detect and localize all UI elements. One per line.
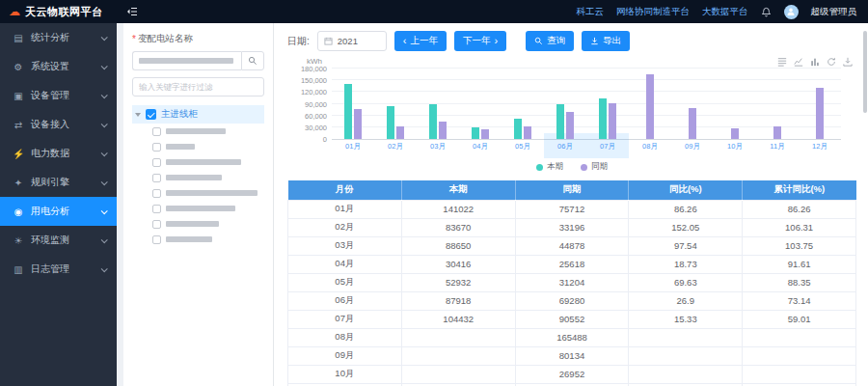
table-cell: 73.14 (743, 291, 856, 310)
sidebar-item-label: 用电分析 (31, 205, 69, 218)
table-header-cell: 累计同比(%) (743, 180, 856, 200)
power-data-icon: ⚡ (13, 149, 24, 159)
save-image-icon[interactable] (843, 57, 853, 67)
tree-item-redacted-7[interactable] (132, 216, 264, 232)
x-tick-label: 03月 (417, 142, 459, 152)
checkbox-icon[interactable] (152, 189, 161, 198)
redacted-label (166, 144, 195, 150)
topbar-link-1[interactable]: 科工云 (577, 6, 605, 18)
topbar-link-2[interactable]: 网络协同制造平台 (616, 6, 690, 18)
current-user[interactable]: 超级管理员 (811, 6, 857, 18)
sidebar-item-stats[interactable]: ▤统计分析 (0, 23, 117, 52)
bar-同期-09月 (689, 108, 696, 139)
table-header-cell: 月份 (288, 180, 402, 200)
restore-icon[interactable] (827, 57, 836, 67)
sidebar-item-rule-engine[interactable]: ✦规则引擎 (0, 168, 117, 197)
table-cell: 152.05 (629, 218, 743, 236)
bar-group-08月 (629, 69, 671, 139)
bar-chart-icon[interactable] (810, 57, 820, 67)
table-body: 01月1410227571286.2686.2602月8367033196152… (288, 200, 856, 386)
sidebar-fold-icon[interactable] (126, 6, 138, 17)
table-row: 07月1044329055215.3359.01 (288, 310, 856, 328)
checked-checkbox-icon[interactable] (146, 109, 156, 120)
line-chart-icon[interactable] (794, 57, 803, 67)
legend-item-同期[interactable]: 同期 (581, 161, 608, 173)
tree-item-redacted-5[interactable] (132, 185, 264, 201)
table-cell: 87918 (401, 291, 515, 310)
sidebar-item-environment[interactable]: ☀环境监测 (0, 226, 117, 255)
tree-filter-input[interactable] (132, 77, 264, 96)
y-tick-label: 180,000 (301, 65, 327, 73)
x-tick-label: 09月 (671, 142, 714, 152)
station-name-input[interactable] (132, 51, 241, 70)
redacted-label (166, 190, 258, 196)
redacted-label (166, 206, 235, 211)
export-button[interactable]: 导出 (582, 31, 630, 51)
sidebar-item-device-manage[interactable]: ▣设备管理 (0, 81, 117, 110)
tree-root-item[interactable]: 主进线柜 (132, 105, 264, 124)
sidebar-item-label: 环境监测 (31, 234, 69, 247)
data-view-icon[interactable] (777, 57, 787, 67)
checkbox-icon[interactable] (152, 220, 161, 229)
legend-item-本期[interactable]: 本期 (536, 161, 563, 173)
tree-item-redacted-4[interactable] (132, 170, 264, 185)
station-panel: * 变配电站名称 主进线柜 (123, 23, 274, 386)
stats-icon: ▤ (13, 33, 24, 43)
sidebar-menu: ▤统计分析⚙系统设置▣设备管理⇄设备接入⚡电力数据✦规则引擎◉用电分析☀环境监测… (0, 23, 117, 284)
sidebar-item-label: 规则引擎 (31, 176, 69, 189)
tree-item-redacted-1[interactable] (132, 124, 264, 139)
table-cell: 69280 (515, 291, 629, 310)
checkbox-icon[interactable] (152, 174, 161, 182)
date-label: 日期: (287, 35, 310, 48)
checkbox-icon[interactable] (152, 143, 161, 152)
chevron-down-icon (101, 236, 108, 243)
bar-同期-04月 (481, 129, 489, 139)
y-tick-label: 60,000 (305, 111, 327, 120)
sidebar-item-device-access[interactable]: ⇄设备接入 (0, 110, 117, 139)
bar-group-07月 (586, 69, 629, 139)
sidebar-item-electricity-analysis[interactable]: ◉用电分析 (0, 197, 117, 226)
caret-down-icon[interactable] (135, 113, 141, 117)
tree-item-redacted-2[interactable] (132, 139, 264, 154)
chevron-down-icon (101, 63, 108, 69)
bar-group-02月 (374, 69, 417, 139)
sidebar-item-label: 日志管理 (31, 262, 69, 276)
table-cell: 06月 (288, 291, 402, 310)
download-icon (590, 37, 599, 45)
chart-plot: 030,00060,00090,000120,000150,000180,000… (332, 69, 841, 140)
table-cell: 83670 (401, 218, 515, 236)
sidebar-item-settings[interactable]: ⚙系统设置 (0, 52, 117, 81)
logo: ☁ 天云物联网平台 (0, 5, 117, 19)
x-tick-label: 05月 (502, 142, 544, 152)
table-cell: 08月 (288, 328, 402, 346)
sidebar-item-label: 系统设置 (31, 60, 69, 73)
checkbox-icon[interactable] (152, 158, 161, 167)
prev-year-button[interactable]: ‹上一年 (394, 31, 447, 51)
chevron-down-icon (101, 121, 108, 127)
topbar-link-3[interactable]: 大数据平台 (702, 6, 748, 18)
chevron-right-icon: › (494, 36, 498, 46)
tree-item-redacted-3[interactable] (132, 154, 264, 170)
checkbox-icon[interactable] (152, 127, 161, 136)
bar-本期-04月 (472, 127, 479, 139)
checkbox-icon[interactable] (152, 235, 161, 244)
query-button[interactable]: 查询 (526, 31, 574, 51)
tree-item-redacted-8[interactable] (132, 232, 264, 247)
avatar[interactable] (784, 5, 799, 19)
bar-chart: kWh 030,00060,00090,000120,000150,000180… (287, 57, 856, 175)
tree-item-redacted-6[interactable] (132, 201, 264, 216)
table-cell (743, 328, 856, 346)
checkbox-icon[interactable] (152, 205, 161, 213)
table-cell: 26.9 (629, 291, 743, 310)
station-search-button[interactable] (241, 51, 264, 70)
sidebar-item-logs[interactable]: ▥日志管理 (0, 255, 117, 284)
date-picker[interactable]: 2021 (317, 31, 387, 51)
redacted-label (166, 236, 212, 242)
scrollbar[interactable] (863, 31, 867, 113)
bell-icon[interactable] (761, 7, 772, 17)
table-cell: 88.35 (743, 273, 856, 291)
sidebar-item-power-data[interactable]: ⚡电力数据 (0, 139, 117, 168)
logs-icon: ▥ (13, 264, 24, 275)
next-year-button[interactable]: 下一年› (454, 31, 506, 51)
bar-同期-03月 (439, 122, 447, 139)
